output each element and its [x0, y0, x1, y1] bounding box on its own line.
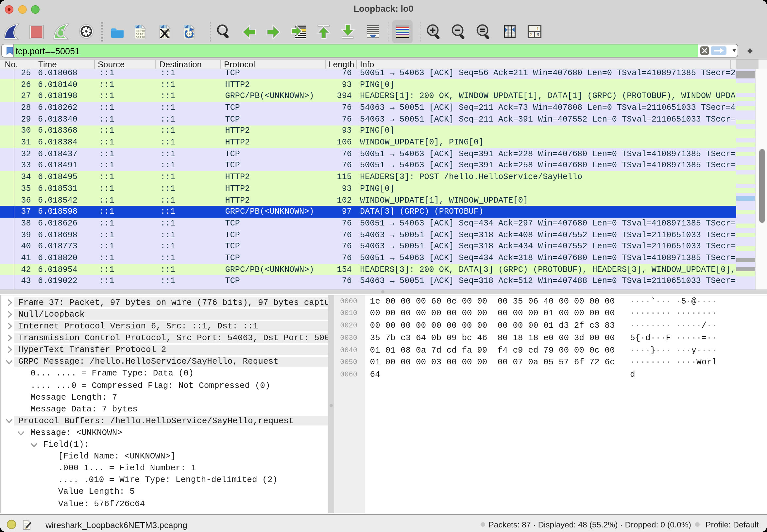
svg-text:2: 2	[530, 32, 533, 37]
svg-text:3: 3	[537, 32, 539, 37]
svg-text:01110: 01110	[136, 35, 145, 39]
svg-text:1: 1	[537, 26, 539, 31]
